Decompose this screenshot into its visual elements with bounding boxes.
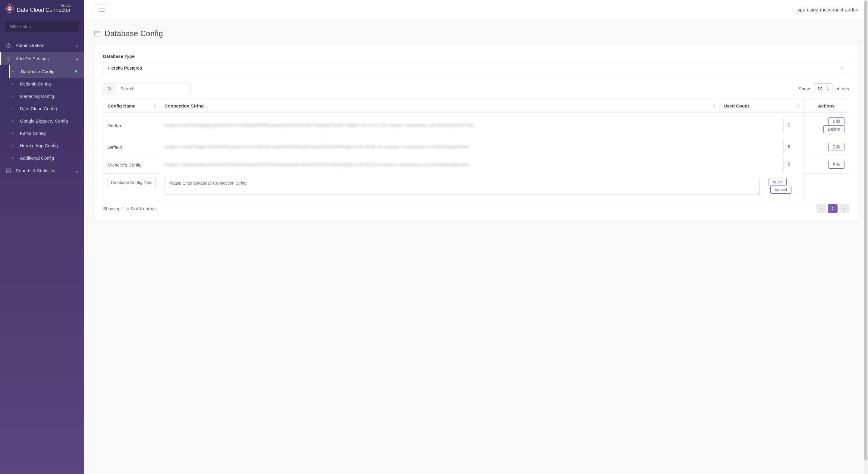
svg-point-14	[108, 87, 110, 90]
subnav-label: Data Cloud Config	[20, 106, 57, 111]
subnav-label: Additional Config	[20, 156, 54, 161]
nav-administration[interactable]: Administration	[0, 39, 84, 52]
subnav-google-bigquery-config[interactable]: Google Bigquery Config	[9, 115, 84, 127]
pagination: 1	[816, 204, 849, 213]
chevron-down-icon	[76, 43, 79, 48]
search-icon	[103, 83, 116, 94]
table-row: Default postgres://u3q8f793jguJt.a25%209…	[103, 138, 849, 156]
status-dot-icon	[75, 70, 78, 73]
user-icon	[7, 6, 12, 11]
cell-connection: postgres://u4j779r0hgqg52:pk5lomaef1Lfv7…	[160, 117, 784, 133]
header-used-count[interactable]: Used Count	[719, 99, 804, 113]
save-button[interactable]: save	[769, 178, 786, 186]
gear-icon	[5, 56, 11, 62]
subnav-label: Database Config	[21, 69, 55, 74]
new-config-name-input[interactable]	[107, 178, 156, 187]
subnav-heroku-app-config[interactable]: Heroku App Config	[9, 139, 84, 152]
cell-name: Dedup	[103, 113, 160, 138]
cell-actions: Edit Delete	[804, 113, 849, 138]
search-input[interactable]	[116, 83, 190, 94]
sort-icon	[712, 103, 715, 108]
db-type-select[interactable]: Heroku Postgres	[103, 62, 849, 74]
chevron-down-icon	[76, 168, 79, 173]
header-connection-string[interactable]: Connection String	[160, 99, 719, 113]
cell-name: Michelle's Config	[103, 156, 160, 174]
cell-count: 2	[784, 157, 804, 173]
edit-button[interactable]: Edit	[828, 117, 844, 125]
svg-point-11	[95, 32, 96, 32]
brand-text: Heroku Data Cloud Connector	[17, 4, 70, 13]
subnav-database-config[interactable]: Database Config	[9, 65, 84, 78]
entries-label: entries	[835, 86, 849, 91]
topbar: app-using-mcconnect-addon	[84, 0, 868, 20]
table-footer: Showing 1 to 3 of 3 entries 1	[103, 204, 849, 213]
page-title: Database Config	[104, 29, 163, 38]
cell-count: 0	[784, 117, 804, 133]
nav-label: Administration	[16, 43, 44, 48]
svg-point-4	[8, 58, 9, 60]
nav-reports[interactable]: Reports & Statistics	[0, 164, 84, 177]
svg-line-15	[110, 90, 111, 90]
table-header-row: Config Name Connection String Used Count	[103, 99, 849, 113]
cell-connection: postgres://hpHgromdBtc-k9033h47aK5628021…	[160, 157, 784, 173]
page-prev-button[interactable]	[816, 204, 826, 213]
footer-info: Showing 1 to 3 of 3 entries	[103, 206, 157, 211]
cancel-button[interactable]: cancel	[770, 186, 792, 194]
sidebar-header: Heroku Data Cloud Connector	[0, 0, 84, 17]
cell-empty	[804, 174, 849, 200]
cell-new-conn	[160, 174, 764, 200]
cell-actions: Edit	[804, 138, 849, 156]
page-title-row: Database Config	[94, 29, 858, 38]
subnav-label: Marketing Config	[20, 94, 54, 99]
subnav-marketing-config[interactable]: Marketing Config	[9, 90, 84, 102]
cell-actions: Edit	[804, 156, 849, 174]
table-row: Michelle's Config postgres://hpHgromdBtc…	[103, 156, 849, 174]
sort-icon	[797, 103, 800, 108]
subnav: Database Config Redshift Config Marketin…	[0, 65, 84, 164]
subnav-redshift-config[interactable]: Redshift Config	[9, 78, 84, 90]
main: app-using-mcconnect-addon Database Confi…	[84, 0, 868, 474]
cell-count: 6	[784, 139, 804, 155]
window-icon	[94, 30, 101, 37]
hamburger-icon	[99, 8, 104, 12]
menu-toggle-button[interactable]	[94, 4, 110, 15]
nav-addon-settings[interactable]: Add-On Settings	[0, 52, 84, 65]
filter-input[interactable]	[5, 21, 79, 32]
new-connection-textarea[interactable]	[164, 178, 760, 195]
scrollbar-thumb[interactable]	[864, 1, 867, 461]
table-row: Dedup postgres://u4j779r0hgqg52:pk5lomae…	[103, 113, 849, 138]
brand-title: Data Cloud Connector	[17, 7, 70, 13]
subnav-label: Google Bigquery Config	[20, 118, 68, 124]
nav-label: Add-On Settings	[16, 56, 49, 61]
filter-wrapper	[0, 17, 84, 35]
entries-control: Show 10 entries	[798, 83, 849, 94]
nav-label: Reports & Statistics	[16, 168, 55, 173]
edit-button[interactable]: Edit	[828, 143, 844, 151]
svg-point-12	[96, 32, 96, 32]
subnav-label: Kafka Config	[20, 131, 46, 136]
cell-connection: postgres://u3q8f793jguJt.a25%209bx1aaamc…	[160, 139, 784, 155]
delete-button[interactable]: Delete	[824, 125, 844, 133]
config-table: Config Name Connection String Used Count	[103, 99, 849, 200]
page-1-button[interactable]: 1	[828, 204, 838, 213]
page-next-button[interactable]	[839, 204, 849, 213]
subnav-kafka-config[interactable]: Kafka Config	[9, 127, 84, 139]
show-label: Show	[798, 86, 810, 91]
chart-icon	[5, 168, 11, 174]
scrollbar[interactable]	[864, 0, 868, 474]
nav: Administration Add-On Settings Database …	[0, 39, 84, 474]
chevron-up-icon	[76, 56, 79, 61]
svg-point-0	[9, 7, 10, 8]
edit-button[interactable]: Edit	[828, 161, 844, 169]
chevron-left-icon	[820, 206, 823, 211]
subnav-additional-config[interactable]: Additional Config	[9, 152, 84, 164]
cell-name: Default	[103, 138, 160, 156]
cell-new-name	[103, 174, 160, 200]
search-group	[103, 83, 190, 94]
subnav-data-cloud-config[interactable]: Data Cloud Config	[9, 102, 84, 115]
header-config-name[interactable]: Config Name	[103, 99, 160, 113]
content: Database Config Database Type Heroku Pos…	[84, 20, 868, 474]
entries-select[interactable]: 10	[813, 83, 832, 94]
table-new-row: save cancel	[103, 174, 849, 200]
header-actions: Actions	[804, 99, 849, 113]
